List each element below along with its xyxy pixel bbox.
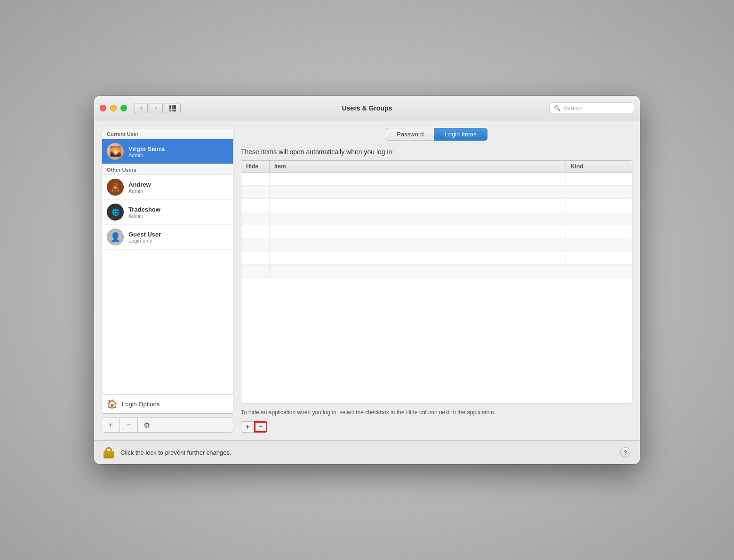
row-kind: [566, 212, 632, 225]
main-panel: Password Login Items These items will op…: [241, 128, 632, 433]
row-item: [270, 225, 566, 238]
tab-password[interactable]: Password: [386, 128, 434, 141]
avatar-andrew: 🧸: [107, 179, 124, 196]
user-role-virgin-sierra: Admin: [128, 152, 165, 158]
titlebar: ‹ › Users & Groups 🔍: [94, 96, 640, 120]
add-remove-strip: + −: [241, 421, 632, 433]
main-window: ‹ › Users & Groups 🔍 Current User 🌄: [94, 96, 640, 464]
search-bar[interactable]: 🔍: [550, 103, 634, 113]
tab-login-items[interactable]: Login Items: [434, 128, 487, 141]
row-kind: [566, 252, 632, 264]
user-name-andrew: Andrew: [128, 181, 151, 188]
row-kind: [566, 186, 632, 198]
table-row[interactable]: [241, 238, 632, 252]
zoom-button[interactable]: [120, 105, 127, 111]
row-item: [270, 173, 566, 185]
sidebar: Current User 🌄 Virgin Sierra Admin Other…: [102, 128, 233, 433]
table-header: Hide Item Kind: [241, 161, 632, 173]
user-list: Current User 🌄 Virgin Sierra Admin Other…: [102, 128, 233, 394]
row-hide: [241, 265, 270, 277]
user-role-guest: Login only: [128, 238, 161, 244]
row-kind: [566, 199, 632, 212]
minimize-button[interactable]: [110, 105, 117, 111]
table-body: [241, 173, 632, 323]
column-kind: Kind: [566, 161, 632, 172]
remove-login-item-button[interactable]: −: [254, 421, 267, 433]
login-options-label: Login Options: [122, 401, 160, 408]
user-name-guest: Guest User: [128, 231, 161, 238]
sidebar-item-guest[interactable]: 👤 Guest User Login only: [102, 225, 233, 250]
row-item: [270, 199, 566, 212]
row-item: [270, 265, 566, 277]
table-row[interactable]: [241, 225, 632, 238]
window-title: Users & Groups: [342, 104, 392, 112]
table-row[interactable]: [241, 212, 632, 225]
sidebar-item-andrew[interactable]: 🧸 Andrew Admin: [102, 175, 233, 200]
table-row[interactable]: [241, 173, 632, 186]
column-item: Item: [270, 161, 566, 172]
table-row[interactable]: [241, 252, 632, 265]
user-name-tradeshow: Tradeshow: [128, 206, 160, 213]
grid-view-button[interactable]: [165, 103, 181, 113]
close-button[interactable]: [100, 105, 106, 111]
row-item: [270, 238, 566, 251]
avatar-virgin-sierra: 🌄: [107, 143, 124, 160]
row-hide: [241, 173, 270, 185]
row-kind: [566, 238, 632, 251]
row-item: [270, 252, 566, 264]
table-row[interactable]: [241, 265, 632, 278]
bottom-bar: Click the lock to prevent further change…: [94, 440, 640, 464]
avatar-guest: 👤: [107, 229, 124, 245]
sidebar-actions: + − ⚙: [102, 418, 233, 433]
user-info-guest: Guest User Login only: [128, 231, 161, 244]
other-users-label: Other Users: [102, 164, 233, 175]
lock-body: [104, 451, 114, 458]
sidebar-item-virgin-sierra[interactable]: 🌄 Virgin Sierra Admin: [102, 139, 233, 164]
row-kind: [566, 173, 632, 185]
add-user-button[interactable]: +: [102, 418, 120, 432]
back-button[interactable]: ‹: [135, 103, 148, 113]
hint-text: To hide an application when you log in, …: [241, 408, 632, 417]
search-input[interactable]: [563, 104, 630, 111]
row-item: [270, 212, 566, 225]
gear-button[interactable]: ⚙: [138, 418, 156, 432]
content-area: Current User 🌄 Virgin Sierra Admin Other…: [94, 120, 640, 440]
user-role-tradeshow: Admin: [128, 213, 160, 219]
tabs: Password Login Items: [241, 128, 632, 141]
user-name-virgin-sierra: Virgin Sierra: [128, 145, 165, 152]
current-user-label: Current User: [102, 128, 233, 139]
user-info-virgin-sierra: Virgin Sierra Admin: [128, 145, 165, 158]
panel-description: These items will open automatically when…: [241, 148, 632, 156]
row-hide: [241, 238, 270, 251]
user-info-andrew: Andrew Admin: [128, 181, 151, 194]
row-hide: [241, 186, 270, 198]
action-strip: + − ⚙: [102, 418, 233, 433]
house-icon: 🏠: [107, 399, 117, 409]
user-role-andrew: Admin: [128, 188, 151, 194]
lock-text: Click the lock to prevent further change…: [120, 449, 231, 456]
column-hide: Hide: [241, 161, 270, 172]
row-item: [270, 186, 566, 198]
avatar-tradeshow: 🌐: [107, 204, 124, 221]
grid-icon: [169, 105, 176, 111]
add-login-item-button[interactable]: +: [241, 421, 254, 433]
table-row[interactable]: [241, 186, 632, 199]
traffic-lights: [100, 105, 127, 111]
search-icon: 🔍: [554, 105, 561, 111]
help-button[interactable]: ?: [620, 447, 630, 457]
row-kind: [566, 225, 632, 238]
nav-buttons: ‹ ›: [135, 103, 163, 113]
row-hide: [241, 212, 270, 225]
row-hide: [241, 252, 270, 264]
row-kind: [566, 265, 632, 277]
forward-button[interactable]: ›: [150, 103, 163, 113]
table-row[interactable]: [241, 199, 632, 212]
sidebar-item-tradeshow[interactable]: 🌐 Tradeshow Admin: [102, 200, 233, 225]
row-hide: [241, 199, 270, 212]
remove-user-button[interactable]: −: [120, 418, 138, 432]
login-options-button[interactable]: 🏠 Login Options: [102, 394, 233, 414]
user-info-tradeshow: Tradeshow Admin: [128, 206, 160, 219]
row-hide: [241, 225, 270, 238]
lock-icon[interactable]: [104, 446, 114, 458]
login-items-table: Hide Item Kind: [241, 160, 632, 403]
